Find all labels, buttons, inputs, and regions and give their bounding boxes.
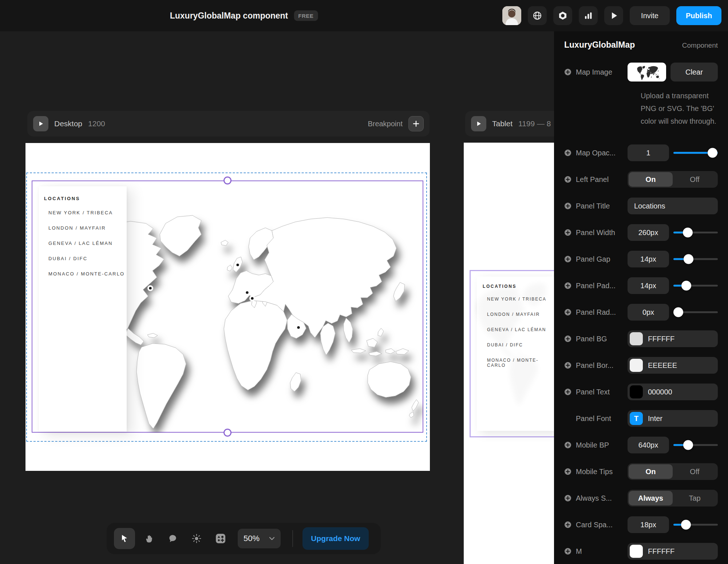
color-swatch[interactable] <box>630 332 643 345</box>
card-spacing-slider[interactable] <box>673 516 718 533</box>
resize-handle-bottom[interactable] <box>223 429 232 437</box>
map-opacity-slider[interactable] <box>673 144 718 161</box>
panel-title-input[interactable]: Locations <box>628 198 718 214</box>
color-swatch[interactable] <box>630 545 643 558</box>
font-icon: T <box>630 412 643 425</box>
resize-handle-top[interactable] <box>223 176 232 184</box>
panel-radius-slider[interactable] <box>673 304 718 321</box>
left-panel-off-option[interactable]: Off <box>673 172 717 187</box>
plus-circle-icon[interactable] <box>564 548 571 555</box>
plus-circle-icon[interactable] <box>564 362 571 369</box>
plus-circle-icon[interactable] <box>564 68 571 76</box>
prop-row-panel-bg: Panel BG FFFFFF <box>564 330 718 347</box>
plus-circle-icon[interactable] <box>564 441 571 449</box>
plus-circle-icon[interactable] <box>564 229 571 236</box>
plus-circle-icon[interactable] <box>564 255 571 263</box>
panel-font-input[interactable]: T Inter <box>628 410 718 427</box>
avatar[interactable] <box>502 6 521 25</box>
card-spacing-input[interactable]: 18px <box>628 516 669 533</box>
preview-button[interactable] <box>604 6 623 25</box>
mobile-bp-slider[interactable] <box>673 437 718 453</box>
globe-icon <box>533 11 542 20</box>
panel-width-slider[interactable] <box>673 224 718 241</box>
desktop-breakpoint-bar[interactable]: Desktop 1200 Breakpoint <box>27 111 430 136</box>
desktop-frame[interactable]: LOCATIONS NEW YORK / TRIBECA LONDON / MA… <box>25 143 430 471</box>
location-item[interactable]: GENEVA / LAC LÉMAN <box>487 327 554 332</box>
plus-circle-icon[interactable] <box>564 495 571 502</box>
location-item[interactable]: NEW YORK / TRIBECA <box>487 297 554 302</box>
add-breakpoint-button[interactable] <box>408 116 424 131</box>
desktop-preview-button[interactable] <box>33 116 48 131</box>
invite-button[interactable]: Invite <box>630 6 670 25</box>
upgrade-button[interactable]: Upgrade Now <box>302 527 369 550</box>
panel-padding-slider[interactable] <box>673 277 718 294</box>
prop-row-map-opacity: Map Opac... 1 <box>564 144 718 161</box>
panel-padding-input[interactable]: 14px <box>628 277 669 294</box>
cms-icon <box>558 11 567 20</box>
panel-border-color-input[interactable]: EEEEEE <box>628 357 718 374</box>
prop-label: Card Spa... <box>576 521 613 529</box>
mobile-bp-input[interactable]: 640px <box>628 437 669 453</box>
theme-tool-button[interactable] <box>186 528 207 549</box>
panel-gap-input[interactable]: 14px <box>628 251 669 267</box>
locations-panel: LOCATIONS NEW YORK / TRIBECA LONDON / MA… <box>39 186 127 432</box>
panel-gap-slider[interactable] <box>673 251 718 267</box>
panel-radius-input[interactable]: 0px <box>628 304 669 321</box>
mobile-tips-on-option[interactable]: On <box>629 464 673 479</box>
plus-circle-icon[interactable] <box>564 176 571 183</box>
location-item[interactable]: GENEVA / LAC LÉMAN <box>48 241 127 246</box>
location-item[interactable]: NEW YORK / TRIBECA <box>48 210 127 215</box>
clear-image-button[interactable]: Clear <box>670 63 718 82</box>
color-swatch[interactable] <box>630 359 643 372</box>
left-panel-on-option[interactable]: On <box>629 172 673 187</box>
plus-circle-icon[interactable] <box>564 468 571 475</box>
prop-label: Panel Title <box>576 202 610 210</box>
select-tool-button[interactable] <box>114 528 135 549</box>
prop-row-always-show: Always S... Always Tap <box>564 490 718 507</box>
analytics-button[interactable] <box>579 6 598 25</box>
prop-row-panel-width: Panel Width 260px <box>564 224 718 241</box>
insert-tool-button[interactable] <box>210 528 231 549</box>
color-swatch[interactable] <box>630 385 643 398</box>
plus-circle-icon[interactable] <box>564 521 571 528</box>
plus-circle-icon[interactable] <box>564 149 571 156</box>
site-settings-button[interactable] <box>528 6 547 25</box>
prop-row-panel-text: Panel Text 000000 <box>564 384 718 400</box>
always-option[interactable]: Always <box>629 491 673 505</box>
prop-label: Always S... <box>576 494 612 503</box>
panel-text-color-input[interactable]: 000000 <box>628 384 718 400</box>
tablet-preview-button[interactable] <box>471 116 486 131</box>
prop-label: Map Image <box>576 68 612 76</box>
prop-row-panel-font: Panel Font T Inter <box>564 410 718 427</box>
map-opacity-input[interactable]: 1 <box>628 144 669 161</box>
color-hex-value: EEEEEE <box>648 361 677 370</box>
location-item[interactable]: DUBAI / DIFC <box>48 256 127 261</box>
locations-panel-title: LOCATIONS <box>483 284 554 289</box>
locations-list: NEW YORK / TRIBECA LONDON / MAYFAIR GENE… <box>483 297 554 368</box>
partial-color-input[interactable]: FFFFFF <box>628 543 718 560</box>
location-item[interactable]: MONACO / MONTE-CARLO <box>48 271 127 277</box>
map-image-thumbnail[interactable] <box>628 63 666 82</box>
location-item[interactable]: DUBAI / DIFC <box>487 342 554 347</box>
color-hex-value: FFFFFF <box>648 547 674 556</box>
location-item[interactable]: LONDON / MAYFAIR <box>487 312 554 317</box>
plus-circle-icon[interactable] <box>564 309 571 316</box>
comment-tool-button[interactable] <box>162 528 183 549</box>
location-item[interactable]: MONACO / MONTE-CARLO <box>487 358 554 368</box>
pan-tool-button[interactable] <box>138 528 159 549</box>
plus-circle-icon[interactable] <box>564 282 571 289</box>
location-item[interactable]: LONDON / MAYFAIR <box>48 225 127 231</box>
plus-circle-icon[interactable] <box>564 388 571 396</box>
panel-bg-color-input[interactable]: FFFFFF <box>628 330 718 347</box>
prop-row-map-image: Map Image Clear <box>564 63 718 82</box>
mobile-tips-off-option[interactable]: Off <box>673 464 717 479</box>
breakpoint-name: Desktop <box>54 119 82 128</box>
plus-circle-icon[interactable] <box>564 335 571 342</box>
tap-option[interactable]: Tap <box>673 491 717 505</box>
cms-button[interactable] <box>553 6 572 25</box>
publish-button[interactable]: Publish <box>676 6 721 25</box>
free-plan-badge: FREE <box>294 11 318 21</box>
plus-circle-icon[interactable] <box>564 202 571 210</box>
panel-width-input[interactable]: 260px <box>628 224 669 241</box>
zoom-level-select[interactable]: 50% <box>238 529 281 548</box>
